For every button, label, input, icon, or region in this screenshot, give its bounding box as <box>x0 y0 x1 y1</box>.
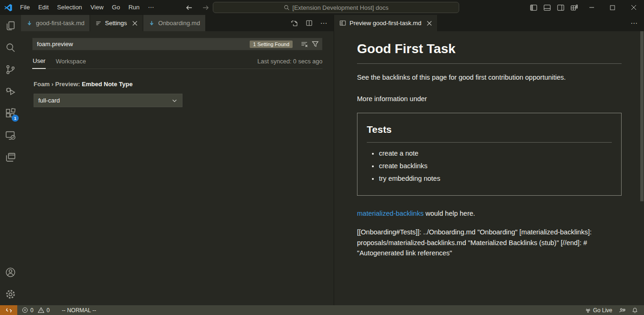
broadcast-icon <box>585 307 591 314</box>
search-sidebar-icon[interactable] <box>0 37 21 59</box>
maximize-button[interactable] <box>602 0 623 15</box>
vscode-logo-icon <box>0 4 16 12</box>
customize-layout-icon[interactable] <box>567 0 581 15</box>
notifications-bell-icon[interactable] <box>629 305 641 315</box>
settings-search-value: foam.preview <box>37 41 250 48</box>
command-center-label: [Extension Development Host] docs <box>293 4 389 11</box>
toggle-secondary-sidebar-icon[interactable] <box>554 0 567 15</box>
preview-paragraph: materialized-backlinks would help here. <box>357 209 622 219</box>
editor-group-left: good-first-task.md Settings Onboarding. <box>21 15 334 305</box>
windows-stack-icon[interactable] <box>0 146 21 168</box>
markdown-file-icon <box>148 20 155 27</box>
menu-view[interactable]: View <box>86 0 108 15</box>
link-references-text: [[Onboarding#Tests]]: ../Onboarding.md "… <box>357 227 622 259</box>
preview-paragraph: See the backlinks of this page for good … <box>357 73 622 83</box>
extensions-badge: 1 <box>12 115 19 122</box>
menu-more-button[interactable]: ⋯ <box>144 0 159 15</box>
error-count: 0 <box>30 307 34 314</box>
tab-preview-good-first-task[interactable]: Preview good-first-task.md <box>334 15 438 31</box>
embed-note-type-select[interactable]: full-card <box>34 94 182 107</box>
tab-label: Onboarding.md <box>158 20 200 27</box>
clear-filters-icon[interactable] <box>301 41 308 48</box>
vscode-window: File Edit Selection View Go Run ⋯ [Exten… <box>0 0 644 315</box>
list-item: create backlinks <box>379 161 612 171</box>
titlebar-controls <box>527 0 644 15</box>
menubar: File Edit Selection View Go Run ⋯ <box>16 0 159 15</box>
preview-scrollbar[interactable] <box>640 31 644 201</box>
scope-tab-workspace[interactable]: Workspace <box>55 58 86 68</box>
more-actions-icon[interactable]: ⋯ <box>630 19 638 27</box>
tab-onboarding[interactable]: Onboarding.md <box>143 15 206 31</box>
menu-selection[interactable]: Selection <box>53 0 86 15</box>
markdown-file-icon <box>26 20 33 27</box>
tab-good-first-task[interactable]: good-first-task.md <box>21 15 90 31</box>
go-live-button[interactable]: Go Live <box>581 305 616 315</box>
settings-gear-icon[interactable] <box>0 283 21 305</box>
tab-settings[interactable]: Settings <box>90 15 143 31</box>
scope-tab-user[interactable]: User <box>32 57 46 69</box>
left-tabbar: good-first-task.md Settings Onboarding. <box>21 15 334 31</box>
split-editor-icon[interactable] <box>306 20 313 27</box>
search-icon <box>284 5 290 11</box>
nav-back-icon[interactable] <box>186 5 193 11</box>
filter-icon[interactable] <box>312 41 319 48</box>
settings-search-input[interactable]: foam.preview 1 Setting Found <box>32 38 322 50</box>
extensions-icon[interactable]: 1 <box>0 103 21 124</box>
open-settings-json-icon[interactable] <box>291 20 298 27</box>
menu-file[interactable]: File <box>16 0 34 15</box>
warning-count: 0 <box>47 307 50 314</box>
settings-scope-tabs: User Workspace Last synced: 0 secs ago <box>32 57 322 69</box>
close-tab-icon[interactable] <box>132 21 138 26</box>
settings-editor-icon <box>95 20 102 27</box>
setting-name: Embed Note Type <box>82 81 133 88</box>
remote-indicator[interactable] <box>0 305 17 315</box>
last-synced-label: Last synced: 0 secs ago <box>258 58 322 68</box>
link-tail-text: would help here. <box>424 210 475 217</box>
command-center-search[interactable]: [Extension Development Host] docs <box>213 2 459 13</box>
select-value: full-card <box>38 97 60 104</box>
tab-label: Settings <box>105 20 127 27</box>
explorer-icon[interactable] <box>0 15 21 37</box>
menu-run[interactable]: Run <box>124 0 144 15</box>
warning-icon <box>38 307 44 313</box>
source-control-icon[interactable] <box>0 59 21 81</box>
run-debug-icon[interactable] <box>0 81 21 103</box>
more-actions-icon[interactable]: ⋯ <box>320 19 328 27</box>
list-item: try embedding notes <box>379 174 612 184</box>
open-preview-icon <box>339 20 346 27</box>
nav-forward-icon[interactable] <box>202 5 209 11</box>
chevron-down-icon <box>171 97 178 104</box>
setting-category: Foam › Preview: <box>34 81 82 88</box>
markdown-preview: Good First Task See the backlinks of thi… <box>334 31 644 259</box>
status-bar: 0 0 -- NORMAL -- Go Live <box>0 305 644 315</box>
close-tab-icon[interactable] <box>427 21 432 26</box>
settings-results-badge: 1 Setting Found <box>250 41 293 48</box>
remote-explorer-icon[interactable] <box>0 124 21 146</box>
embedded-note-list: create a note create backlinks try embed… <box>367 149 612 184</box>
editor-group-right: Preview good-first-task.md ⋯ Good First … <box>334 15 644 305</box>
tab-label: good-first-task.md <box>36 20 84 27</box>
left-editor-actions: ⋯ <box>291 15 334 31</box>
toggle-sidebar-icon[interactable] <box>527 0 540 15</box>
settings-editor: foam.preview 1 Setting Found User Worksp… <box>21 31 334 107</box>
close-window-button[interactable] <box>623 0 644 15</box>
toggle-panel-icon[interactable] <box>540 0 554 15</box>
menu-edit[interactable]: Edit <box>34 0 53 15</box>
account-icon[interactable] <box>0 261 21 283</box>
setting-embed-note-type: Foam › Preview: Embed Note Type full-car… <box>32 81 322 107</box>
feedback-icon[interactable] <box>616 305 629 315</box>
right-tabbar: Preview good-first-task.md ⋯ <box>334 15 644 31</box>
problems-status[interactable]: 0 0 <box>19 305 52 315</box>
vim-mode-status[interactable]: -- NORMAL -- <box>59 305 99 315</box>
go-live-label: Go Live <box>593 307 612 314</box>
titlebar: File Edit Selection View Go Run ⋯ [Exten… <box>0 0 644 15</box>
history-nav <box>186 0 209 15</box>
materialized-backlinks-link[interactable]: materialized-backlinks <box>357 210 424 217</box>
setting-title: Foam › Preview: Embed Note Type <box>34 81 322 88</box>
menu-go[interactable]: Go <box>108 0 124 15</box>
embedded-note-card: Tests create a note create backlinks try… <box>357 113 622 196</box>
statusbar-right: Go Live <box>581 305 644 315</box>
right-editor-actions: ⋯ <box>630 15 644 31</box>
error-icon <box>22 307 28 313</box>
minimize-button[interactable] <box>581 0 602 15</box>
